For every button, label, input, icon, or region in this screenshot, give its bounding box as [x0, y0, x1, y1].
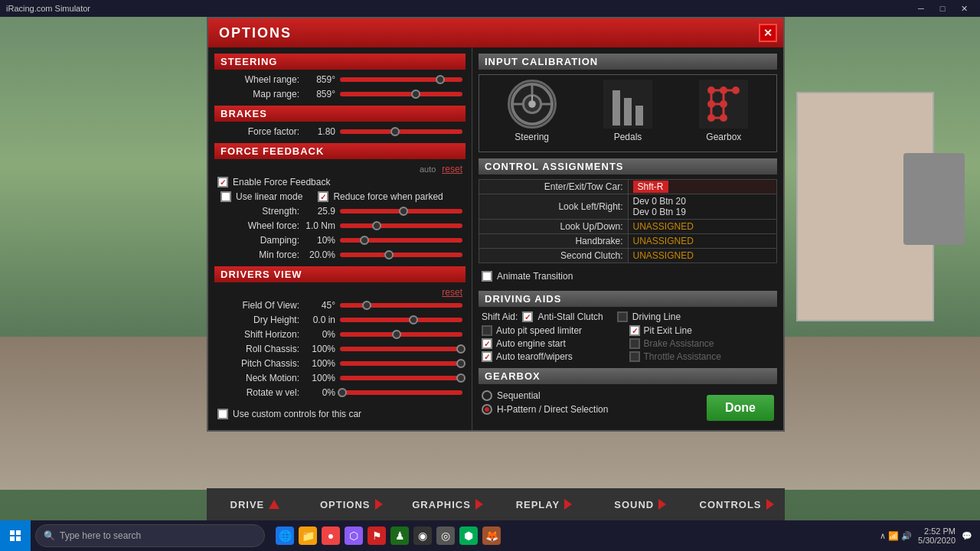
wheel-force-slider[interactable] [340, 223, 462, 228]
driving-line-label: Driving Line [632, 311, 681, 322]
auto-tearoff-row: Auto tearoff/wipers [482, 351, 627, 362]
taskbar-app-iracing[interactable]: ⚑ [368, 527, 386, 545]
wheel-range-slider[interactable] [340, 77, 462, 82]
look-lr-label: Look Left/Right: [479, 194, 629, 220]
fov-slider[interactable] [340, 303, 462, 308]
look-lr-value[interactable]: Dev 0 Btn 20 Dev 0 Btn 19 [628, 194, 777, 220]
minimize-button[interactable]: ─ [911, 1, 931, 16]
min-force-slider[interactable] [340, 253, 462, 257]
anti-stall-checkbox[interactable] [522, 311, 533, 322]
auto-engine-checkbox[interactable] [482, 338, 492, 349]
nav-drive[interactable]: DRIVE [207, 488, 303, 520]
custom-controls-row: Use custom controls for this car [214, 404, 466, 424]
taskbar-app-app4[interactable]: ⬢ [459, 527, 478, 545]
taskbar-app-folder[interactable]: 📁 [299, 527, 317, 545]
strength-slider[interactable] [340, 209, 462, 214]
animate-transition-row: Animate Transition [479, 268, 777, 285]
done-button[interactable]: Done [707, 395, 774, 421]
auto-pit-checkbox[interactable] [482, 325, 492, 336]
ff-reset-button[interactable]: reset [442, 164, 462, 174]
search-placeholder: Type here to search [60, 530, 141, 541]
linear-mode-checkbox[interactable] [220, 191, 231, 202]
steering-calibration-item[interactable]: Steering [508, 80, 557, 142]
drivers-view-header: DRIVERS VIEW [214, 266, 466, 282]
windows-start-button[interactable] [0, 520, 31, 551]
strength-value: 25.9 [305, 206, 340, 217]
pit-exit-label: Pit Exit Line [644, 325, 692, 336]
dry-height-slider[interactable] [340, 318, 462, 322]
damping-value: 10% [305, 235, 340, 246]
taskbar-app-app2[interactable]: ◉ [413, 527, 432, 545]
maximize-button[interactable]: □ [933, 1, 952, 16]
gearbox-calibration-item[interactable]: Gearbox [699, 80, 748, 142]
auto-tearoff-checkbox[interactable] [482, 351, 492, 362]
pitch-chassis-slider[interactable] [340, 361, 462, 366]
nav-sound[interactable]: SOUND [592, 488, 688, 520]
shift-horizon-row: Shift Horizon: 0% [214, 329, 466, 340]
options-arrow-icon [375, 499, 383, 510]
wheel-range-row: Wheel range: 859° [214, 74, 466, 85]
steering-section: STEERING Wheel range: 859° Map range: 85… [214, 54, 466, 99]
min-force-label: Min force: [217, 249, 305, 260]
brake-assist-row: Brake Assistance [629, 338, 775, 349]
drive-arrow-icon [269, 500, 279, 509]
reduce-force-checkbox[interactable] [318, 191, 328, 202]
sequential-radio[interactable] [482, 390, 492, 401]
strength-row: Strength: 25.9 [214, 206, 466, 217]
throttle-assist-row: Throttle Assistance [629, 351, 775, 362]
reduce-force-label: Reduce force when parked [333, 191, 443, 202]
map-range-slider[interactable] [340, 92, 462, 96]
driving-line-checkbox[interactable] [617, 311, 628, 322]
notifications-icon[interactable]: 💬 [962, 531, 972, 541]
input-calibration-section: INPUT CALIBRATION [479, 54, 777, 152]
look-ud-value[interactable]: UNASSIGNED [628, 220, 777, 234]
roll-chassis-row: Roll Chassis: 100% [214, 344, 466, 354]
custom-controls-checkbox[interactable] [217, 409, 228, 419]
nav-replay[interactable]: REPLAY [495, 488, 592, 520]
taskbar-app-steam[interactable]: ♟ [390, 527, 409, 545]
nav-controls-label: CONTROLS [700, 499, 762, 510]
drivers-view-reset-button[interactable]: reset [442, 287, 462, 298]
brake-assist-checkbox[interactable] [629, 338, 640, 349]
pit-exit-checkbox[interactable] [629, 325, 640, 336]
roll-chassis-slider[interactable] [340, 347, 462, 351]
nav-controls[interactable]: CONTROLS [688, 488, 785, 520]
enter-exit-value[interactable]: Shft-R [628, 180, 777, 194]
neck-motion-slider[interactable] [340, 376, 462, 380]
nav-graphics[interactable]: GRAPHICS [400, 488, 496, 520]
handbrake-value[interactable]: UNASSIGNED [628, 234, 777, 249]
rotate-w-vel-value: 0% [305, 387, 340, 398]
force-factor-label: Force factor: [217, 126, 305, 137]
left-panel: STEERING Wheel range: 859° Map range: 85… [208, 47, 472, 430]
auto-engine-row: Auto engine start [482, 338, 627, 349]
shift-horizon-value: 0% [305, 329, 340, 340]
neck-motion-value: 100% [305, 373, 340, 383]
throttle-assist-checkbox[interactable] [629, 351, 640, 362]
taskbar-app-chrome[interactable]: ● [322, 527, 340, 545]
force-factor-slider[interactable] [340, 129, 462, 134]
window-close-button[interactable]: ✕ [954, 1, 974, 16]
rotate-w-vel-label: Rotate w vel: [217, 387, 305, 398]
pitch-chassis-row: Pitch Chassis: 100% [214, 358, 466, 369]
rotate-w-vel-slider[interactable] [340, 390, 462, 395]
auto-tearoff-label: Auto tearoff/wipers [496, 351, 573, 362]
options-dialog: OPTIONS ✕ STEERING Wheel range: 859° Map… [207, 17, 785, 432]
taskbar-app-app3[interactable]: ◎ [436, 527, 455, 545]
anti-stall-label: Anti-Stall Clutch [537, 311, 603, 322]
shift-horizon-slider[interactable] [340, 332, 462, 337]
animate-transition-checkbox[interactable] [482, 271, 492, 282]
damping-slider[interactable] [340, 238, 462, 243]
pedals-calibration-item[interactable]: Pedals [603, 80, 652, 142]
hpattern-radio[interactable] [482, 404, 492, 415]
roll-chassis-label: Roll Chassis: [217, 344, 305, 354]
nav-graphics-label: GRAPHICS [412, 499, 471, 510]
second-clutch-value[interactable]: UNASSIGNED [628, 249, 777, 263]
nav-bar: DRIVE OPTIONS GRAPHICS REPLAY SOUND CONT… [207, 488, 785, 520]
taskbar-app-edge[interactable]: 🌐 [276, 527, 294, 545]
nav-options[interactable]: OPTIONS [303, 488, 400, 520]
taskbar-app-app1[interactable]: ⬡ [345, 527, 363, 545]
enable-ff-checkbox[interactable] [217, 177, 228, 187]
taskbar-app-app5[interactable]: 🦊 [482, 527, 501, 545]
taskbar-search[interactable]: 🔍 Type here to search [35, 524, 265, 547]
options-close-button[interactable]: ✕ [759, 24, 777, 42]
